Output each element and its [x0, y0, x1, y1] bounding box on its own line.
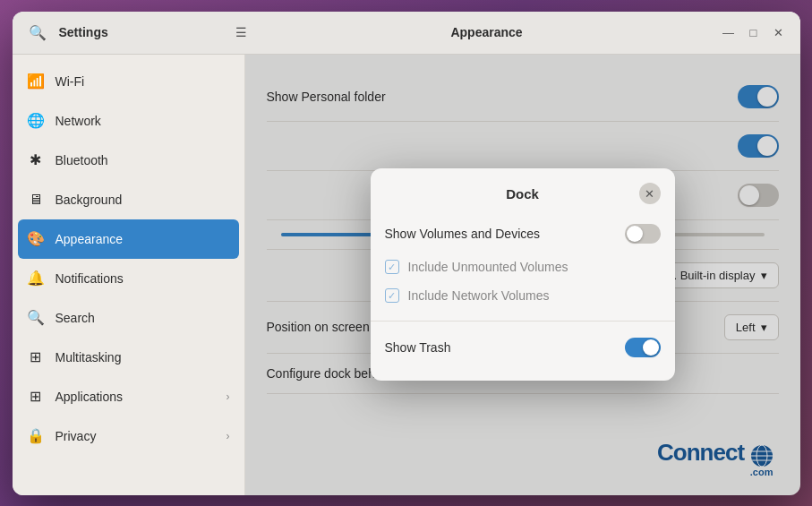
- minimize-button[interactable]: —: [718, 20, 739, 45]
- titlebar: 🔍 Settings ☰ Appearance — □ ✕: [13, 12, 800, 55]
- close-button[interactable]: ✕: [768, 20, 790, 45]
- modal-header: Dock ✕: [371, 168, 675, 204]
- titlebar-right: — □ ✕: [718, 20, 790, 45]
- sidebar: 📶 Wi-Fi 🌐 Network ✱ Bluetooth 🖥 Backgrou…: [13, 55, 245, 495]
- maximize-icon: □: [750, 26, 757, 39]
- sidebar-item-label: Wi-Fi: [56, 74, 85, 89]
- modal-title: Dock: [406, 186, 639, 202]
- appearance-icon: 🎨: [27, 230, 45, 248]
- modal-overlay[interactable]: Dock ✕ Show Volumes and Devices: [245, 55, 800, 495]
- show-trash-knob: [643, 339, 659, 356]
- include-network-row: ✓ Include Network Volumes: [385, 281, 661, 310]
- background-icon: 🖥: [27, 191, 45, 209]
- modal-close-icon: ✕: [645, 187, 654, 201]
- sidebar-item-label: Bluetooth: [56, 153, 108, 167]
- show-trash-toggle[interactable]: [625, 338, 661, 357]
- sidebar-item-search[interactable]: 🔍 Search: [13, 298, 244, 338]
- minimize-icon: —: [722, 26, 734, 39]
- modal-volumes-section: Show Volumes and Devices ✓ Include Unmou…: [371, 208, 675, 322]
- sidebar-item-wifi[interactable]: 📶 Wi-Fi: [13, 62, 244, 101]
- show-volumes-knob: [627, 226, 643, 242]
- sidebar-item-background[interactable]: 🖥 Background: [13, 180, 244, 219]
- sidebar-item-label: Search: [56, 311, 95, 325]
- show-volumes-toggle[interactable]: [625, 224, 661, 244]
- network-icon: 🌐: [27, 112, 45, 130]
- main-panel: Show Personal folder: [245, 55, 800, 495]
- applications-icon: ⊞: [27, 388, 45, 406]
- search-button[interactable]: 🔍: [23, 18, 52, 47]
- sidebar-item-bluetooth[interactable]: ✱ Bluetooth: [13, 141, 244, 180]
- notifications-icon: 🔔: [27, 270, 45, 287]
- sidebar-item-label: Background: [56, 193, 123, 207]
- include-unmounted-row: ✓ Include Unmounted Volumes: [385, 253, 661, 281]
- sidebar-item-applications[interactable]: ⊞ Applications ›: [13, 377, 244, 416]
- sidebar-item-label: Appearance: [56, 232, 124, 246]
- menu-icon: ☰: [235, 25, 247, 39]
- sidebar-item-label: Privacy: [56, 429, 97, 443]
- bluetooth-icon: ✱: [27, 151, 45, 169]
- include-network-checkbox[interactable]: ✓: [385, 288, 399, 303]
- include-unmounted-checkbox[interactable]: ✓: [385, 260, 399, 274]
- chevron-right-icon-2: ›: [227, 430, 230, 442]
- multitasking-icon: ⊞: [27, 348, 45, 366]
- search-nav-icon: 🔍: [27, 309, 45, 327]
- sidebar-item-label: Notifications: [56, 271, 124, 286]
- include-unmounted-label: Include Unmounted Volumes: [408, 260, 568, 274]
- sidebar-item-label: Multitasking: [56, 350, 122, 364]
- sidebar-item-label: Network: [56, 114, 101, 128]
- dock-dialog: Dock ✕ Show Volumes and Devices: [371, 168, 675, 381]
- modal-close-button[interactable]: ✕: [639, 183, 661, 204]
- close-icon: ✕: [774, 26, 783, 39]
- menu-button[interactable]: ☰: [227, 18, 256, 47]
- wifi-icon: 📶: [27, 73, 45, 90]
- sidebar-item-network[interactable]: 🌐 Network: [13, 101, 244, 141]
- modal-trash-section: Show Trash: [371, 322, 675, 381]
- sidebar-item-label: Applications: [56, 390, 124, 404]
- sidebar-item-appearance[interactable]: 🎨 Appearance: [18, 219, 239, 259]
- content-area: 📶 Wi-Fi 🌐 Network ✱ Bluetooth 🖥 Backgrou…: [13, 55, 800, 495]
- window-title: Appearance: [256, 25, 718, 39]
- maximize-button[interactable]: □: [743, 20, 765, 45]
- show-volumes-label: Show Volumes and Devices: [385, 227, 541, 241]
- sidebar-item-privacy[interactable]: 🔒 Privacy ›: [13, 416, 244, 456]
- main-window: 🔍 Settings ☰ Appearance — □ ✕ 📶 Wi-: [13, 12, 800, 495]
- sidebar-item-notifications[interactable]: 🔔 Notifications: [13, 259, 244, 298]
- show-volumes-row: Show Volumes and Devices: [385, 215, 661, 253]
- privacy-icon: 🔒: [27, 427, 45, 445]
- include-network-label: Include Network Volumes: [408, 288, 550, 303]
- search-icon: 🔍: [29, 24, 47, 41]
- chevron-right-icon: ›: [227, 390, 230, 403]
- show-trash-row: Show Trash: [385, 329, 661, 366]
- titlebar-left: 🔍 Settings ☰: [23, 18, 256, 47]
- sidebar-item-multitasking[interactable]: ⊞ Multitasking: [13, 338, 244, 377]
- left-panel-title: Settings: [59, 25, 108, 39]
- show-trash-label: Show Trash: [385, 340, 451, 355]
